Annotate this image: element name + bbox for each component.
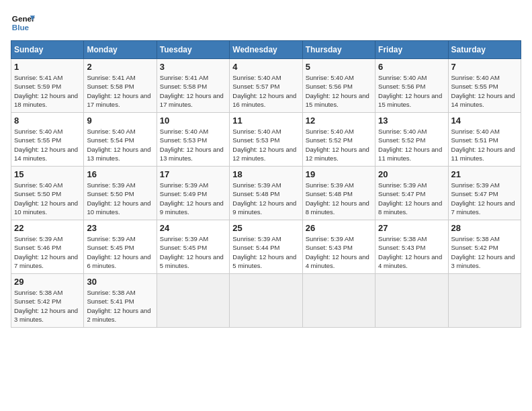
day-number: 10 (160, 116, 226, 126)
day-number: 3 (160, 62, 226, 72)
day-info: Sunrise: 5:39 AMSunset: 5:45 PMDaylight:… (160, 234, 226, 270)
calendar-cell: 21 Sunrise: 5:39 AMSunset: 5:47 PMDaylig… (448, 167, 521, 220)
day-info: Sunrise: 5:39 AMSunset: 5:47 PMDaylight:… (378, 181, 445, 216)
day-info: Sunrise: 5:40 AMSunset: 5:56 PMDaylight:… (306, 73, 372, 109)
day-number: 4 (232, 62, 299, 72)
calendar-cell: 13 Sunrise: 5:40 AMSunset: 5:52 PMDaylig… (375, 113, 448, 167)
day-number: 2 (87, 62, 153, 72)
day-number: 30 (87, 277, 153, 287)
day-number: 28 (451, 223, 518, 233)
calendar-cell: 11 Sunrise: 5:40 AMSunset: 5:53 PMDaylig… (230, 113, 302, 167)
day-number: 11 (232, 116, 299, 126)
day-info: Sunrise: 5:39 AMSunset: 5:43 PMDaylight:… (306, 234, 372, 270)
calendar-cell: 6 Sunrise: 5:40 AMSunset: 5:56 PMDayligh… (375, 59, 448, 113)
day-info: Sunrise: 5:39 AMSunset: 5:50 PMDaylight:… (87, 181, 153, 216)
day-info: Sunrise: 5:38 AMSunset: 5:43 PMDaylight:… (378, 234, 445, 270)
calendar-cell: 12 Sunrise: 5:40 AMSunset: 5:52 PMDaylig… (302, 113, 375, 167)
day-info: Sunrise: 5:40 AMSunset: 5:50 PMDaylight:… (14, 181, 81, 216)
logo-icon: General Blue (11, 11, 35, 35)
calendar-cell: 10 Sunrise: 5:40 AMSunset: 5:53 PMDaylig… (157, 113, 229, 167)
day-number: 8 (14, 116, 81, 126)
calendar-cell: 29 Sunrise: 5:38 AMSunset: 5:42 PMDaylig… (11, 274, 84, 328)
day-number: 6 (378, 62, 445, 72)
calendar-cell: 4 Sunrise: 5:40 AMSunset: 5:57 PMDayligh… (230, 59, 302, 113)
day-info: Sunrise: 5:39 AMSunset: 5:46 PMDaylight:… (14, 234, 81, 270)
calendar-cell: 2 Sunrise: 5:41 AMSunset: 5:58 PMDayligh… (84, 59, 157, 113)
calendar-cell: 23 Sunrise: 5:39 AMSunset: 5:45 PMDaylig… (84, 220, 157, 274)
calendar-week-4: 22 Sunrise: 5:39 AMSunset: 5:46 PMDaylig… (11, 220, 521, 274)
calendar-cell: 30 Sunrise: 5:38 AMSunset: 5:41 PMDaylig… (84, 274, 157, 328)
day-info: Sunrise: 5:39 AMSunset: 5:45 PMDaylight:… (87, 234, 153, 270)
calendar-cell: 22 Sunrise: 5:39 AMSunset: 5:46 PMDaylig… (11, 220, 84, 274)
day-info: Sunrise: 5:40 AMSunset: 5:57 PMDaylight:… (232, 73, 299, 109)
day-info: Sunrise: 5:40 AMSunset: 5:54 PMDaylight:… (87, 127, 153, 163)
calendar-week-3: 15 Sunrise: 5:40 AMSunset: 5:50 PMDaylig… (11, 167, 521, 220)
day-number: 17 (160, 169, 226, 179)
day-number: 29 (14, 277, 81, 287)
svg-text:General: General (12, 14, 35, 23)
calendar-cell (375, 274, 448, 328)
calendar-cell: 25 Sunrise: 5:39 AMSunset: 5:44 PMDaylig… (230, 220, 302, 274)
day-number: 13 (378, 116, 445, 126)
calendar-cell: 8 Sunrise: 5:40 AMSunset: 5:55 PMDayligh… (11, 113, 84, 167)
page-header: General Blue (11, 11, 521, 35)
calendar-cell (448, 274, 521, 328)
calendar-cell: 16 Sunrise: 5:39 AMSunset: 5:50 PMDaylig… (84, 167, 157, 220)
day-info: Sunrise: 5:40 AMSunset: 5:55 PMDaylight:… (14, 127, 81, 163)
day-info: Sunrise: 5:40 AMSunset: 5:52 PMDaylight:… (306, 127, 372, 163)
calendar-cell: 26 Sunrise: 5:39 AMSunset: 5:43 PMDaylig… (302, 220, 375, 274)
weekday-header-friday: Friday (375, 41, 448, 59)
logo: General Blue (11, 11, 35, 35)
day-info: Sunrise: 5:40 AMSunset: 5:55 PMDaylight:… (451, 73, 518, 109)
weekday-header-tuesday: Tuesday (157, 41, 229, 59)
calendar-cell: 1 Sunrise: 5:41 AMSunset: 5:59 PMDayligh… (11, 59, 84, 113)
calendar-week-1: 1 Sunrise: 5:41 AMSunset: 5:59 PMDayligh… (11, 59, 521, 113)
calendar-cell: 5 Sunrise: 5:40 AMSunset: 5:56 PMDayligh… (302, 59, 375, 113)
day-number: 25 (232, 223, 299, 233)
calendar-cell: 9 Sunrise: 5:40 AMSunset: 5:54 PMDayligh… (84, 113, 157, 167)
day-number: 12 (306, 116, 372, 126)
day-info: Sunrise: 5:38 AMSunset: 5:42 PMDaylight:… (451, 234, 518, 270)
weekday-header-saturday: Saturday (448, 41, 521, 59)
day-info: Sunrise: 5:40 AMSunset: 5:53 PMDaylight:… (232, 127, 299, 163)
day-number: 24 (160, 223, 226, 233)
day-info: Sunrise: 5:38 AMSunset: 5:41 PMDaylight:… (87, 288, 153, 324)
day-info: Sunrise: 5:39 AMSunset: 5:48 PMDaylight:… (306, 181, 372, 216)
day-number: 16 (87, 169, 153, 179)
calendar-cell: 20 Sunrise: 5:39 AMSunset: 5:47 PMDaylig… (375, 167, 448, 220)
day-number: 20 (378, 169, 445, 179)
day-number: 1 (14, 62, 81, 72)
calendar-table: SundayMondayTuesdayWednesdayThursdayFrid… (11, 40, 521, 328)
day-info: Sunrise: 5:39 AMSunset: 5:49 PMDaylight:… (160, 181, 226, 216)
day-info: Sunrise: 5:40 AMSunset: 5:56 PMDaylight:… (378, 73, 445, 109)
calendar-cell: 15 Sunrise: 5:40 AMSunset: 5:50 PMDaylig… (11, 167, 84, 220)
weekday-header-sunday: Sunday (11, 41, 84, 59)
day-info: Sunrise: 5:40 AMSunset: 5:51 PMDaylight:… (451, 127, 518, 163)
day-info: Sunrise: 5:40 AMSunset: 5:53 PMDaylight:… (160, 127, 226, 163)
svg-text:Blue: Blue (12, 23, 30, 32)
weekday-header-monday: Monday (84, 41, 157, 59)
day-number: 7 (451, 62, 518, 72)
day-number: 19 (306, 169, 372, 179)
day-number: 22 (14, 223, 81, 233)
calendar-cell: 27 Sunrise: 5:38 AMSunset: 5:43 PMDaylig… (375, 220, 448, 274)
day-number: 18 (232, 169, 299, 179)
day-number: 14 (451, 116, 518, 126)
calendar-cell: 17 Sunrise: 5:39 AMSunset: 5:49 PMDaylig… (157, 167, 229, 220)
day-number: 15 (14, 169, 81, 179)
calendar-cell (157, 274, 229, 328)
day-info: Sunrise: 5:39 AMSunset: 5:47 PMDaylight:… (451, 181, 518, 216)
calendar-cell: 19 Sunrise: 5:39 AMSunset: 5:48 PMDaylig… (302, 167, 375, 220)
day-number: 27 (378, 223, 445, 233)
calendar-cell (230, 274, 302, 328)
calendar-cell: 18 Sunrise: 5:39 AMSunset: 5:48 PMDaylig… (230, 167, 302, 220)
calendar-cell: 28 Sunrise: 5:38 AMSunset: 5:42 PMDaylig… (448, 220, 521, 274)
weekday-header-wednesday: Wednesday (230, 41, 302, 59)
calendar-cell: 24 Sunrise: 5:39 AMSunset: 5:45 PMDaylig… (157, 220, 229, 274)
day-info: Sunrise: 5:41 AMSunset: 5:58 PMDaylight:… (160, 73, 226, 109)
day-info: Sunrise: 5:39 AMSunset: 5:48 PMDaylight:… (232, 181, 299, 216)
day-info: Sunrise: 5:40 AMSunset: 5:52 PMDaylight:… (378, 127, 445, 163)
calendar-week-5: 29 Sunrise: 5:38 AMSunset: 5:42 PMDaylig… (11, 274, 521, 328)
calendar-cell: 3 Sunrise: 5:41 AMSunset: 5:58 PMDayligh… (157, 59, 229, 113)
day-info: Sunrise: 5:41 AMSunset: 5:58 PMDaylight:… (87, 73, 153, 109)
